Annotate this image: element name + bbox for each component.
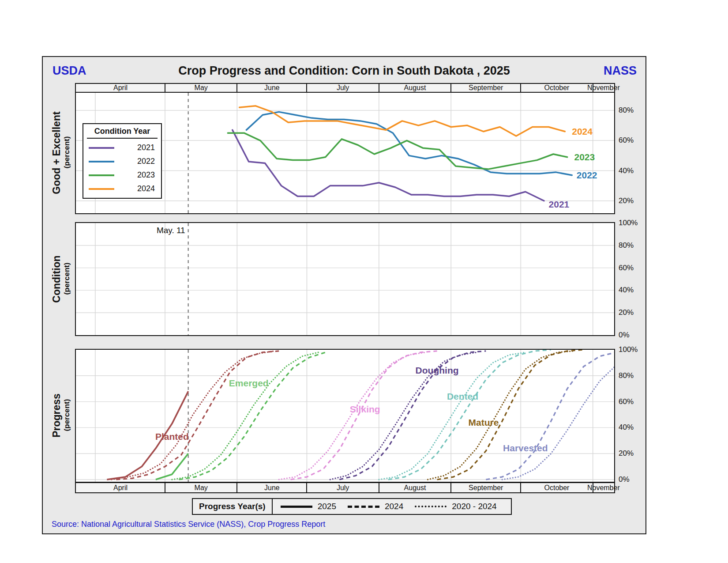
progress-curve-planted-avg	[112, 351, 274, 480]
legend-line-swatch	[89, 188, 114, 190]
progress-legend-solid-swatch	[281, 506, 312, 508]
month-label: November	[587, 84, 620, 92]
condition-legend-entry-2021: 2021	[87, 143, 158, 152]
month-label: October	[544, 484, 570, 492]
page: USDA Crop Progress and Condition: Corn i…	[0, 0, 728, 563]
legend-line-swatch	[89, 147, 114, 149]
y-axis-tick: 0%	[619, 331, 650, 340]
legend-line-swatch	[89, 174, 114, 176]
figure-title: Crop Progress and Condition: Corn in Sou…	[96, 64, 593, 78]
condition-line-label-2023: 2023	[574, 152, 595, 162]
month-label: October	[544, 84, 570, 92]
progress-legend-dotted-swatch	[415, 506, 447, 507]
y-axis-tick: 20%	[619, 196, 650, 205]
month-divider	[520, 84, 521, 92]
month-divider	[450, 84, 451, 92]
condition-legend-title: Condition Year	[87, 127, 158, 139]
condition-line-label-2021: 2021	[549, 199, 570, 209]
y-axis-tick: 20%	[619, 449, 650, 458]
condition-year-legend: Condition Year 2021202220232024	[83, 123, 162, 199]
progress-curve-planted-y2024	[116, 351, 279, 480]
nass-logo-text: NASS	[604, 64, 637, 78]
y-axis-tick: 80%	[619, 371, 650, 380]
condition-legend-entry-2022: 2022	[87, 157, 158, 166]
legend-line-swatch	[89, 161, 114, 162]
month-label: June	[264, 84, 280, 92]
month-label: August	[404, 84, 426, 92]
may-11-annotation: May. 11	[157, 226, 185, 235]
progress-curve-doughing-y2024	[339, 351, 486, 480]
month-label: July	[337, 484, 349, 492]
legend-year-label: 2021	[114, 143, 158, 152]
month-label: September	[469, 484, 503, 492]
condition-empty-panel: May. 11	[75, 222, 615, 336]
month-label: April	[113, 84, 128, 92]
progress-legend-title: Progress Year(s)	[193, 499, 273, 514]
month-divider	[165, 483, 165, 492]
month-axis-footer: AprilMayJuneJulyAugustSeptemberOctoberNo…	[75, 482, 615, 493]
progress-legend-year-label: 2020 - 2024	[452, 502, 496, 511]
condition-legend-entry-2024: 2024	[87, 184, 158, 193]
middle-panel-axis-label: Condition	[51, 213, 64, 345]
y-axis-tick: 40%	[619, 166, 650, 175]
progress-curve-harvested-avg	[502, 356, 614, 480]
month-label: May	[195, 484, 208, 492]
condition-line-label-2024: 2024	[572, 126, 593, 136]
month-label: August	[404, 484, 426, 492]
y-axis-tick: 60%	[619, 136, 650, 145]
crop-progress-figure: USDA Crop Progress and Condition: Corn i…	[42, 56, 646, 534]
progress-stage-label-mature: Mature	[469, 417, 499, 427]
progress-stage-label-emerged: Emerged	[229, 378, 269, 388]
month-divider	[379, 84, 379, 92]
progress-stage-label-doughing: Doughing	[416, 365, 459, 375]
progress-curve-emerged-avg	[172, 352, 319, 480]
month-divider	[450, 483, 451, 492]
month-label: May	[195, 84, 208, 92]
progress-legend-year-label: 2024	[385, 502, 403, 511]
month-label: April	[113, 484, 128, 492]
y-axis-tick: 100%	[619, 345, 650, 354]
legend-year-label: 2024	[114, 184, 158, 193]
y-axis-tick: 80%	[619, 106, 650, 115]
y-axis-tick: 40%	[619, 286, 650, 295]
progress-curve-silking-avg	[279, 352, 425, 480]
progress-stage-label-planted: Planted	[155, 431, 189, 442]
month-label: November	[587, 484, 620, 492]
condition-2025-chart: May. 11	[76, 223, 614, 335]
month-divider	[520, 483, 521, 492]
y-axis-tick: 20%	[619, 308, 650, 317]
month-divider	[306, 483, 307, 492]
month-axis-header: AprilMayJuneJulyAugustSeptemberOctoberNo…	[75, 83, 615, 93]
progress-chart: PlantedEmergedSilkingDoughingDentedMatur…	[76, 350, 614, 482]
source-note: Source: National Agricultural Statistics…	[52, 520, 325, 529]
month-divider	[306, 84, 307, 92]
month-label: July	[337, 84, 349, 92]
y-axis-tick: 40%	[619, 423, 650, 432]
usda-logo-text: USDA	[53, 64, 86, 78]
y-axis-tick: 0%	[619, 475, 650, 484]
month-divider	[165, 84, 165, 92]
progress-stage-label-silking: Silking	[350, 404, 380, 414]
middle-panel-axis-sublabel: (percent)	[63, 212, 73, 345]
progress-curve-emerged-y2025	[156, 453, 188, 480]
progress-legend-year-label: 2025	[318, 502, 336, 511]
progress-legend-dashed-swatch	[348, 506, 379, 508]
month-divider	[236, 483, 237, 492]
month-label: September	[469, 84, 503, 92]
y-axis-tick: 100%	[619, 219, 650, 227]
progress-stage-label-harvested: Harvested	[503, 443, 548, 453]
progress-years-legend: Progress Year(s) 202520242020 - 2024	[192, 498, 512, 515]
progress-curve-emerged-y2024	[179, 352, 326, 480]
y-axis-tick: 60%	[619, 397, 650, 406]
condition-line-label-2022: 2022	[577, 170, 597, 180]
top-panel-axis-sublabel: (percent)	[63, 86, 73, 219]
y-axis-tick: 60%	[619, 264, 650, 272]
month-divider	[236, 84, 237, 92]
progress-stage-label-dented: Dented	[447, 391, 478, 401]
progress-panel: PlantedEmergedSilkingDoughingDentedMatur…	[75, 349, 615, 483]
month-divider	[379, 483, 379, 492]
condition-legend-entry-2023: 2023	[87, 170, 158, 180]
progress-curve-dented-y2024	[388, 350, 551, 480]
progress-curve-mature-y2024	[437, 350, 584, 480]
legend-year-label: 2023	[114, 170, 158, 180]
